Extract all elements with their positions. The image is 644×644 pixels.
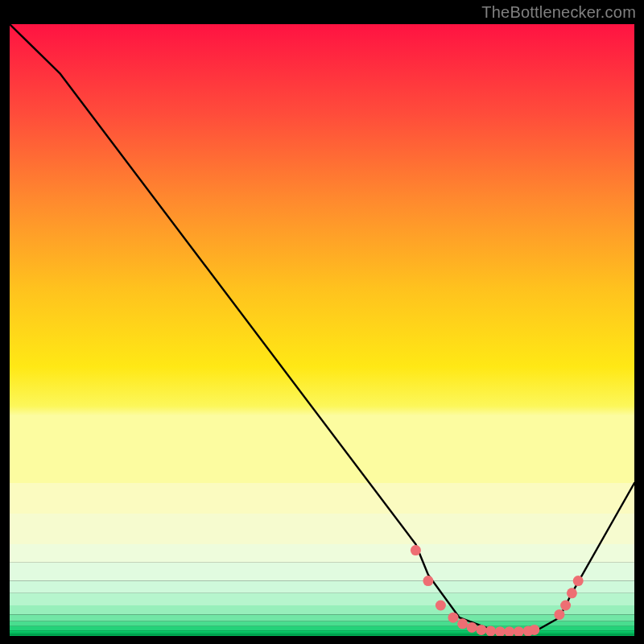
attribution-text: TheBottlenecker.com [481,3,636,22]
chart-frame: TheBottlenecker.com [0,0,644,644]
valley-point [529,625,539,635]
valley-point [423,576,433,586]
valley-point [560,601,571,611]
valley-point [436,601,446,611]
valley-point [554,609,564,620]
valley-point [467,622,477,633]
chart-plot [10,24,634,636]
svg-rect-5 [10,581,634,593]
svg-rect-7 [10,605,634,614]
svg-rect-12 [10,633,634,634]
valley-point [476,625,486,635]
valley-point [457,618,468,629]
svg-rect-4 [10,563,634,581]
svg-rect-6 [10,593,634,605]
valley-point [485,625,496,636]
svg-rect-2 [10,514,634,544]
valley-point [448,613,459,623]
svg-rect-3 [10,544,634,563]
svg-rect-13 [10,634,634,636]
svg-rect-9 [10,621,634,626]
svg-rect-1 [10,483,634,514]
svg-rect-0 [10,24,634,514]
svg-rect-11 [10,630,634,633]
svg-rect-8 [10,614,634,621]
valley-point [567,588,577,598]
valley-point [573,576,584,586]
valley-point [411,545,421,555]
chart-svg [10,24,634,636]
